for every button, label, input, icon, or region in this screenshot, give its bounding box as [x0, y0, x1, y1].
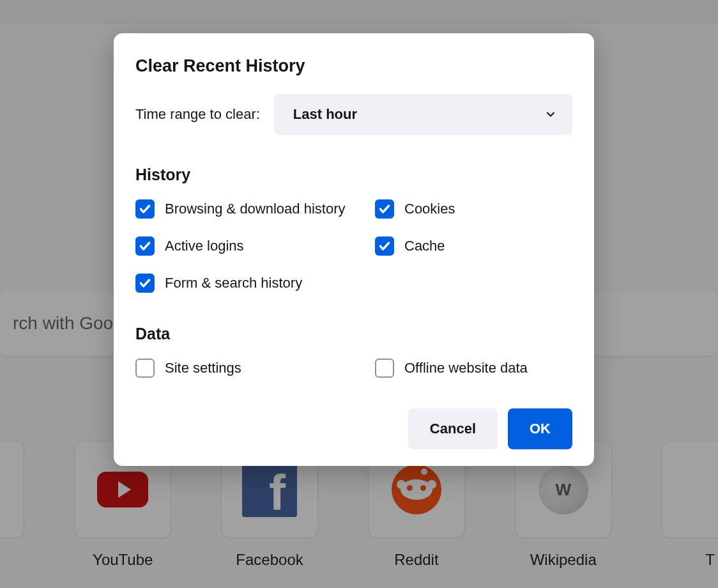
option-label: Active logins	[165, 238, 244, 254]
checkbox-active-logins[interactable]	[135, 236, 155, 256]
clear-history-dialog: Clear Recent History Time range to clear…	[114, 33, 594, 466]
checkbox-browsing-download-history[interactable]	[135, 199, 155, 219]
checkbox-form-search-history[interactable]	[135, 274, 155, 293]
option-site-settings: Site settings	[135, 359, 375, 378]
time-range-value: Last hour	[293, 106, 357, 123]
time-range-label: Time range to clear:	[135, 106, 260, 123]
dialog-button-row: Cancel OK	[135, 408, 572, 449]
data-options-grid: Site settings Offline website data	[135, 359, 572, 378]
time-range-select[interactable]: Last hour	[274, 94, 572, 135]
option-form-search-history: Form & search history	[135, 274, 375, 293]
option-offline-website-data: Offline website data	[375, 359, 572, 378]
time-range-row: Time range to clear: Last hour	[135, 94, 572, 135]
chevron-down-icon	[544, 108, 557, 121]
cancel-button[interactable]: Cancel	[408, 408, 498, 449]
option-label: Site settings	[165, 360, 241, 376]
data-section-header: Data	[135, 325, 572, 343]
checkbox-cookies[interactable]	[375, 199, 394, 219]
option-cookies: Cookies	[375, 199, 572, 219]
option-label: Browsing & download history	[165, 201, 345, 217]
option-active-logins: Active logins	[135, 236, 375, 256]
history-section: History Browsing & download history Cook…	[135, 166, 572, 293]
ok-button[interactable]: OK	[508, 408, 572, 449]
history-options-grid: Browsing & download history Cookies Acti…	[135, 199, 572, 293]
option-browsing-download-history: Browsing & download history	[135, 199, 375, 219]
history-section-header: History	[135, 166, 572, 184]
data-section: Data Site settings Offline website data	[135, 325, 572, 378]
dialog-title: Clear Recent History	[135, 56, 572, 76]
option-label: Offline website data	[404, 360, 528, 376]
option-label: Form & search history	[165, 275, 302, 291]
checkbox-site-settings[interactable]	[135, 359, 155, 378]
checkbox-offline-website-data[interactable]	[375, 359, 394, 378]
option-label: Cache	[404, 238, 445, 254]
option-label: Cookies	[404, 201, 455, 217]
checkbox-cache[interactable]	[375, 236, 394, 256]
option-cache: Cache	[375, 236, 572, 256]
